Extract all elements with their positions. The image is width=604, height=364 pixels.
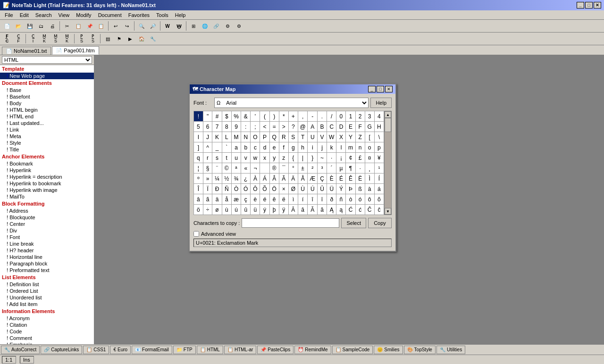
char-cell[interactable]: D [336,122,346,132]
char-cell[interactable]: Â [269,174,279,184]
char-cell[interactable]: q [194,153,203,163]
char-cell[interactable]: N [241,132,251,142]
char-cell[interactable]: £ [355,153,365,163]
char-cell[interactable]: é [260,194,269,205]
extra2-button[interactable]: ⚙ [234,21,244,31]
char-cell[interactable]: ¶ [346,163,355,174]
list-item-comment[interactable]: Comment [0,335,94,341]
list-item-ordered-list[interactable]: Ordered List [0,288,94,294]
char-cell[interactable]: Õ [260,184,269,194]
tb2-2[interactable]: C̲F [13,33,24,44]
char-cell[interactable]: ] [194,142,203,153]
char-cell[interactable]: ì [288,194,298,205]
char-cell[interactable]: Ã [279,174,288,184]
char-cell[interactable]: Ā [288,205,298,215]
char-cell[interactable]: ² [308,163,318,174]
char-cell[interactable]: Ê [346,174,355,184]
char-cell[interactable]: J [203,132,212,142]
list-item-meta[interactable]: Meta [0,133,94,140]
browse-button[interactable]: 🔗 [211,21,221,31]
char-cell[interactable]: ô [365,194,374,205]
menu-edit[interactable]: Edit [17,12,32,18]
list-item-font[interactable]: Font [0,234,94,240]
list-item-link[interactable]: Link [0,126,94,133]
char-cell[interactable]: 4 [374,111,384,122]
char-cell[interactable]: Ì [365,174,374,184]
char-cell[interactable]: & [241,111,251,122]
char-cell[interactable]: ¸ [365,163,374,174]
list-item-title[interactable]: Title [0,146,94,153]
save-all-button[interactable]: 🗂 [36,21,46,31]
char-cell[interactable]: 5 [194,122,203,132]
char-cell[interactable]: I [194,132,203,142]
list-item-code[interactable]: Code [0,328,94,335]
list-item-definition-list[interactable]: Definition list [0,281,94,288]
char-cell[interactable]: ¨ [212,163,222,174]
list-item-html-begin[interactable]: HTML begin [0,107,94,113]
char-cell[interactable]: § [203,163,212,174]
char-cell[interactable]: Ò [231,184,241,194]
char-cell[interactable]: ¼ [212,174,222,184]
char-cell[interactable]: * [279,111,288,122]
copy-button[interactable]: 📋 [73,21,84,31]
list-item-address[interactable]: Address [0,207,94,214]
char-cell[interactable]: ¾ [231,174,241,184]
char-cell[interactable]: ĉ [374,205,384,215]
char-cell[interactable]: ¢ [346,153,355,163]
char-cell[interactable]: : [241,122,251,132]
char-cell[interactable]: y [269,153,279,163]
list-item-new-web-page[interactable]: New Web page [0,73,94,79]
char-cell[interactable]: Å [298,174,308,184]
tb2-3[interactable]: C̲I [28,33,38,44]
maximize-button[interactable]: □ [585,2,593,8]
char-cell[interactable]: ÷ [203,205,212,215]
list-item-paragraph-block[interactable]: Paragraph block [0,260,94,267]
char-cell[interactable]: B [317,122,327,132]
menu-tools[interactable]: Tools [153,12,171,18]
list-item-h-header[interactable]: H? header [0,247,94,254]
char-map-close[interactable]: ✕ [385,86,393,92]
char-cell[interactable]: ¬ [251,163,260,174]
char-cell[interactable]: ­ [260,163,269,174]
char-cell[interactable]: û [241,205,251,215]
tab-page001[interactable]: 📄 Page001.htm [52,46,99,55]
char-cell[interactable]: õ [374,194,384,205]
char-cell[interactable]: a [231,142,241,153]
char-cell[interactable]: @ [298,122,308,132]
char-cell[interactable]: > [279,122,288,132]
insert-button[interactable]: ⊞ [188,21,199,31]
list-item-unordered-list[interactable]: Unordered list [0,294,94,301]
paste-button[interactable]: 📌 [84,21,95,31]
tb2-7[interactable]: P̲S [76,33,87,44]
find-button[interactable]: 🔍 [136,21,147,31]
char-cell[interactable]: ® [269,163,279,174]
char-cell[interactable]: E [346,122,355,132]
char-cell[interactable]: Ó [241,184,251,194]
char-cell[interactable]: h [298,142,308,153]
char-cell[interactable]: Ĉ [365,205,374,215]
char-cell[interactable]: Ù [298,184,308,194]
font-select[interactable]: Arial Arial Black Comic Sans MS Courier … [222,98,368,108]
char-cell[interactable]: ą [336,205,346,215]
tb2-1[interactable]: F̲C [2,33,12,44]
tb2-11[interactable]: ▶ [125,33,135,44]
char-cell[interactable]: % [231,111,241,122]
char-cell[interactable]: ` [222,142,231,153]
char-cell[interactable]: Á [260,174,269,184]
char-cell[interactable]: â [194,194,203,205]
tb2-9[interactable]: ▤ [102,33,113,44]
char-cell[interactable]: µ [336,163,346,174]
taskbar-autocorrect[interactable]: 🔧 AutoCorrect [1,346,40,351]
paste-special-button[interactable]: 📋 [96,21,106,31]
char-cell[interactable]: i [308,142,318,153]
char-cell[interactable]: 1 [346,111,355,122]
char-cell[interactable]: A [308,122,318,132]
char-cell[interactable]: } [308,153,318,163]
list-item-style[interactable]: Style [0,140,94,146]
taskbar-samplecode[interactable]: 📋 SampleCode [332,346,373,351]
new-button[interactable]: 📄 [2,21,12,31]
find-replace-button[interactable]: 🔎 [148,21,158,31]
char-cell[interactable]: Ý [336,184,346,194]
char-cell[interactable]: Í [374,174,384,184]
left-panel-dropdown[interactable]: HTML CSS JavaScript [2,56,92,64]
